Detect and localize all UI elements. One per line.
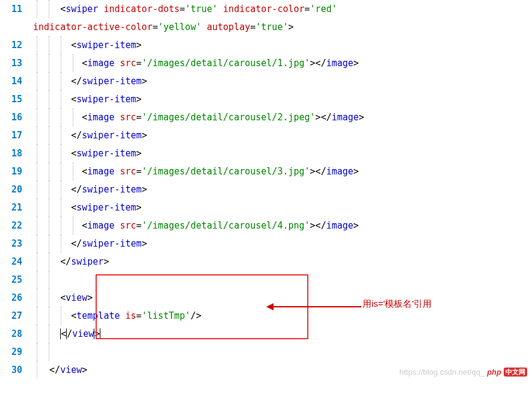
code-line: </swiper-item> [33,72,532,90]
line-number: 29 [0,343,22,361]
line-number: 23 [0,235,22,253]
code-line: </swiper-item> [33,180,532,198]
watermark-url: https://blog.csdn.net/qq_ [400,368,485,377]
code-line-wrap: indicator-active-color='yellow' autoplay… [33,18,532,36]
line-number: 18 [0,144,22,162]
code-line: </swiper-item> [33,126,532,144]
code-line: <image src='/images/detail/carousel/2.jp… [33,108,532,126]
code-line: <swiper-item> [33,90,532,108]
code-line: </swiper-item> [33,235,532,253]
code-line: <image src='/images/detail/carousel/3.jp… [33,162,532,180]
code-line: <swiper-item> [33,36,532,54]
line-number: 28 [0,325,22,343]
line-number: 15 [0,90,22,108]
line-number: 25 [0,271,22,289]
arrow-icon [266,303,361,310]
line-number: 26 [0,289,22,307]
code-line: </swiper> [33,253,532,271]
code-editor: 1112131415161718192021222324252627282930… [0,0,532,379]
code-line: <image src='/images/detail/carousel/4.pn… [33,217,532,235]
line-number: 27 [0,307,22,325]
line-number: 14 [0,72,22,90]
line-number: 19 [0,162,22,180]
line-number: 30 [0,361,22,379]
code-line: <swiper indicator-dots='true' indicator-… [33,0,532,18]
line-number: 20 [0,180,22,198]
annotation-label: 用is='模板名'引用 [362,298,432,310]
code-area[interactable]: <swiper indicator-dots='true' indicator-… [33,0,532,379]
watermark-brand: php [487,368,501,377]
watermark: https://blog.csdn.net/qq_ php 中文网 [400,368,527,377]
line-number: 22 [0,217,22,235]
line-number-gutter: 1112131415161718192021222324252627282930 [0,0,33,379]
watermark-cn: 中文网 [504,368,527,377]
line-number: 17 [0,126,22,144]
code-line: <image src='/images/detail/carousel/1.jp… [33,54,532,72]
line-number: 24 [0,253,22,271]
code-line: <swiper-item> [33,198,532,217]
code-line: <swiper-item> [33,144,532,162]
line-number: 13 [0,54,22,72]
code-line-empty [33,343,532,361]
code-line-empty [33,271,532,289]
code-line: </view> [33,325,532,343]
line-number: 11 [0,0,22,36]
line-number: 16 [0,108,22,126]
line-number: 12 [0,36,22,54]
line-number: 21 [0,198,22,217]
